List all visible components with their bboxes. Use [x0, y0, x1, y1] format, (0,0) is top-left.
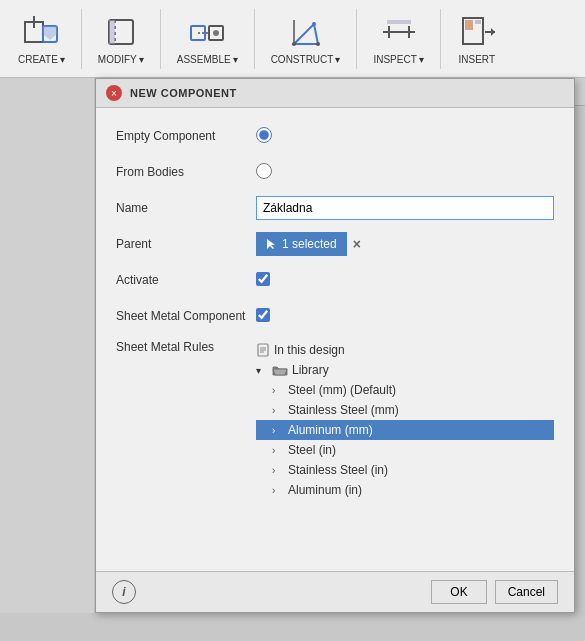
toolbar: CREATE ▾ MODIFY ▾ — [0, 0, 585, 78]
from-bodies-row: From Bodies — [116, 160, 554, 184]
create-label: CREATE ▾ — [18, 54, 65, 65]
assemble-icon — [187, 12, 227, 52]
steel-mm-label: Steel (mm) (Default) — [288, 383, 396, 397]
info-icon-label: i — [122, 585, 125, 599]
parent-selected-button[interactable]: 1 selected — [256, 232, 347, 256]
sheet-metal-component-label: Sheet Metal Component — [116, 309, 256, 323]
stainless-in-label: Stainless Steel (in) — [288, 463, 388, 477]
steel-in-label: Steel (in) — [288, 443, 336, 457]
name-row: Name — [116, 196, 554, 220]
sheet-metal-rules-row: Sheet Metal Rules In this design ▾ — [116, 340, 554, 500]
parent-control: 1 selected × — [256, 232, 554, 256]
svg-point-16 — [316, 42, 320, 46]
parent-label: Parent — [116, 237, 256, 251]
divider-3 — [254, 9, 255, 69]
toolbar-assemble[interactable]: ASSEMBLE ▾ — [167, 8, 248, 69]
divider-1 — [81, 9, 82, 69]
activate-checkbox[interactable] — [256, 272, 270, 286]
tree-item-in-this-design[interactable]: In this design — [256, 340, 554, 360]
empty-component-label: Empty Component — [116, 129, 256, 143]
svg-point-17 — [312, 22, 316, 26]
parent-btn-label: 1 selected — [282, 237, 337, 251]
dialog-titlebar: × NEW COMPONENT — [96, 79, 574, 108]
activate-row: Activate — [116, 268, 554, 292]
cancel-button[interactable]: Cancel — [495, 580, 558, 604]
stainless-in-chevron: › — [272, 465, 284, 476]
toolbar-inspect[interactable]: INSPECT ▾ — [363, 8, 433, 69]
dialog-title: NEW COMPONENT — [130, 87, 237, 99]
parent-selector: 1 selected × — [256, 232, 554, 256]
tree-item-steel-mm[interactable]: › Steel (mm) (Default) — [256, 380, 554, 400]
name-control — [256, 196, 554, 220]
folder-open-icon — [272, 364, 288, 376]
sheet-metal-component-checkbox[interactable] — [256, 308, 270, 322]
empty-component-radio[interactable] — [256, 127, 272, 143]
name-input[interactable] — [256, 196, 554, 220]
svg-rect-24 — [475, 20, 481, 24]
svg-rect-21 — [387, 20, 411, 24]
file-icon — [256, 343, 270, 357]
assemble-label: ASSEMBLE ▾ — [177, 54, 238, 65]
divider-4 — [356, 9, 357, 69]
parent-row: Parent 1 selected × — [116, 232, 554, 256]
tree-item-aluminum-mm[interactable]: › Aluminum (mm) — [256, 420, 554, 440]
tree-item-stainless-steel-mm[interactable]: › Stainless Steel (mm) — [256, 400, 554, 420]
activate-control — [256, 272, 554, 289]
modify-label: MODIFY ▾ — [98, 54, 144, 65]
toolbar-create[interactable]: CREATE ▾ — [8, 8, 75, 69]
create-icon — [21, 12, 61, 52]
new-component-dialog: × NEW COMPONENT Empty Component From Bod… — [95, 78, 575, 613]
name-label: Name — [116, 201, 256, 215]
aluminum-in-chevron: › — [272, 485, 284, 496]
aluminum-mm-label: Aluminum (mm) — [288, 423, 373, 437]
from-bodies-radio[interactable] — [256, 163, 272, 179]
activate-label: Activate — [116, 273, 256, 287]
toolbar-construct[interactable]: CONSTRUCT ▾ — [261, 8, 351, 69]
footer-buttons: OK Cancel — [431, 580, 558, 604]
stainless-mm-chevron: › — [272, 405, 284, 416]
toolbar-insert[interactable]: INSERT — [447, 8, 507, 69]
info-icon[interactable]: i — [112, 580, 136, 604]
dialog-footer: i OK Cancel — [96, 571, 574, 612]
insert-label: INSERT — [459, 54, 496, 65]
dialog-body: Empty Component From Bodies Name Parent — [96, 108, 574, 571]
in-this-design-label: In this design — [274, 343, 345, 357]
aluminum-mm-chevron: › — [272, 425, 284, 436]
from-bodies-label: From Bodies — [116, 165, 256, 179]
empty-component-control — [256, 127, 554, 146]
from-bodies-control — [256, 163, 554, 182]
steel-mm-chevron: › — [272, 385, 284, 396]
tree-item-library[interactable]: ▾ Library — [256, 360, 554, 380]
tree-item-steel-in[interactable]: › Steel (in) — [256, 440, 554, 460]
tree-item-stainless-steel-in[interactable]: › Stainless Steel (in) — [256, 460, 554, 480]
library-label: Library — [292, 363, 329, 377]
construct-label: CONSTRUCT ▾ — [271, 54, 341, 65]
svg-marker-4 — [43, 26, 57, 40]
left-panel — [0, 78, 95, 613]
inspect-icon — [379, 12, 419, 52]
insert-icon — [457, 12, 497, 52]
library-chevron: ▾ — [256, 365, 268, 376]
cursor-icon — [266, 238, 276, 250]
tree-item-aluminum-in[interactable]: › Aluminum (in) — [256, 480, 554, 500]
svg-rect-23 — [465, 20, 473, 30]
ok-button[interactable]: OK — [431, 580, 486, 604]
sheet-metal-component-row: Sheet Metal Component — [116, 304, 554, 328]
modify-icon — [101, 12, 141, 52]
steel-in-chevron: › — [272, 445, 284, 456]
parent-clear-button[interactable]: × — [353, 236, 361, 252]
toolbar-modify[interactable]: MODIFY ▾ — [88, 8, 154, 69]
sheet-metal-rules-label: Sheet Metal Rules — [116, 340, 256, 354]
svg-point-11 — [213, 30, 219, 36]
divider-2 — [160, 9, 161, 69]
close-icon: × — [111, 88, 117, 99]
empty-component-row: Empty Component — [116, 124, 554, 148]
construct-icon — [286, 12, 326, 52]
stainless-mm-label: Stainless Steel (mm) — [288, 403, 399, 417]
svg-marker-26 — [491, 28, 495, 36]
inspect-label: INSPECT ▾ — [373, 54, 423, 65]
aluminum-in-label: Aluminum (in) — [288, 483, 362, 497]
dialog-close-button[interactable]: × — [106, 85, 122, 101]
svg-marker-14 — [294, 24, 318, 44]
divider-5 — [440, 9, 441, 69]
